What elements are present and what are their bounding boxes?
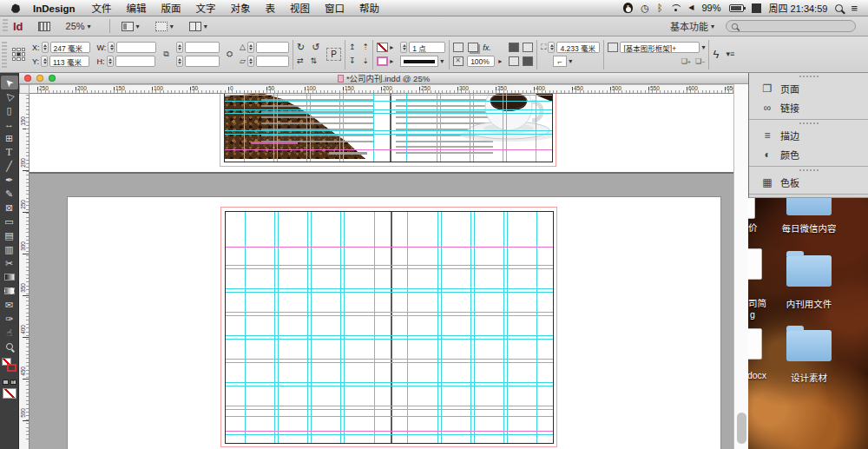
x-field[interactable]: 247 毫米 [50, 42, 90, 53]
horizontal-grid-tool[interactable]: ▤ [1, 228, 18, 242]
layout-canvas[interactable] [30, 94, 733, 449]
menu-item-5[interactable]: 对象 [231, 3, 251, 14]
content-collector-tool[interactable]: ⊞ [1, 131, 18, 145]
wrap-shape-button[interactable] [509, 56, 519, 66]
fill-color-swatch[interactable] [377, 56, 388, 66]
type-tool[interactable]: T [1, 145, 18, 159]
menu-item-9[interactable]: 帮助 [359, 3, 379, 14]
select-container-button[interactable]: P [323, 37, 345, 72]
wrap-none-button[interactable] [509, 43, 519, 52]
clear-override-icon[interactable]: ❏₋ [695, 57, 705, 65]
scale-y-field[interactable] [185, 56, 220, 67]
apply-none-button[interactable] [3, 388, 16, 399]
hand-tool[interactable]: ☝ [1, 326, 18, 340]
style-override-icon[interactable]: ❏₊ [681, 57, 691, 65]
zoom-level-dropdown[interactable]: 25% ▾ [62, 19, 95, 33]
menubar-clock[interactable]: 周四 21:34:59 [769, 1, 828, 15]
scrollbar-thumb[interactable] [737, 413, 746, 444]
menu-item-2[interactable]: 编辑 [127, 3, 147, 14]
shear-field[interactable] [256, 56, 289, 67]
object-style-dropdown[interactable]: [基本图形框架]+ [620, 42, 700, 53]
flyout-icon[interactable]: ▸ [390, 57, 393, 65]
page-spread-1[interactable] [224, 94, 553, 162]
spotlight-icon[interactable] [835, 4, 843, 12]
selection-tool[interactable]: ➤ [1, 76, 18, 89]
note-tool[interactable]: ✉ [1, 298, 18, 312]
menu-item-3[interactable]: 版面 [161, 3, 181, 14]
menu-item-7[interactable]: 视图 [290, 3, 310, 14]
stroke-type-dropdown[interactable] [400, 56, 438, 67]
quick-apply-button[interactable]: ϟ [709, 37, 722, 72]
rotation-stepper[interactable] [247, 42, 254, 53]
view-options-dropdown[interactable]: ▾ [117, 20, 144, 33]
gradient-swatch-tool[interactable] [1, 270, 18, 284]
shear-stepper[interactable] [247, 56, 254, 67]
corner-shape-dropdown[interactable]: ⌐ [553, 56, 567, 67]
h-stepper[interactable] [107, 56, 114, 67]
panel-color[interactable]: ◐颜色 [749, 145, 868, 164]
desktop-file[interactable] [748, 328, 762, 360]
rectangle-tool[interactable]: ▭ [1, 215, 18, 228]
menu-item-indesign[interactable]: InDesign [33, 3, 76, 14]
y-field[interactable]: 113 毫米 [49, 56, 89, 67]
x-stepper[interactable] [42, 42, 49, 53]
flip-vertical-button[interactable]: ⇅ [310, 57, 317, 65]
scale-y-stepper[interactable] [176, 56, 183, 67]
frame-tool[interactable]: ⊠ [1, 201, 18, 215]
transparency-icon[interactable] [453, 43, 464, 52]
panel-links[interactable]: ∞链接 [749, 98, 868, 117]
rotate-cw-button[interactable]: ↻ [297, 43, 305, 52]
desktop-folder[interactable] [786, 255, 832, 287]
stroke-swatch[interactable] [7, 364, 16, 372]
h-field[interactable] [115, 56, 155, 67]
desktop-file[interactable] [748, 248, 762, 280]
wrap-jump-button[interactable] [523, 56, 533, 66]
page-spread-2[interactable] [225, 211, 554, 444]
horizontal-ruler[interactable]: 2502001501005005010015020025030035040045… [30, 84, 733, 94]
w-field[interactable] [116, 42, 156, 53]
control-panel-menu[interactable]: ▾≡ [722, 37, 738, 72]
effects-button[interactable]: fx. [483, 43, 491, 52]
panel-swatches[interactable]: ▦色板 [749, 173, 868, 192]
gap-tool[interactable]: ↔ [1, 117, 18, 131]
bridge-button[interactable] [34, 20, 55, 33]
arrange-button-1[interactable]: ⇡ [363, 43, 370, 51]
desktop-folder[interactable] [786, 330, 832, 361]
gradient-feather-tool[interactable] [1, 284, 18, 298]
arrange-button-3[interactable]: ⇣ [363, 57, 370, 65]
vertical-ruler[interactable]: 150200250300350400450500 [19, 94, 30, 449]
rotation-field[interactable] [256, 42, 289, 53]
scale-x-field[interactable] [185, 42, 220, 53]
apple-menu-icon[interactable] [10, 3, 21, 13]
formatting-affects-container-icon[interactable] [3, 380, 9, 385]
y-stepper[interactable] [41, 56, 48, 67]
wifi-icon[interactable] [670, 4, 681, 11]
pencil-tool[interactable]: ✎ [1, 187, 18, 201]
panel-stroke[interactable]: ≡描边 [749, 126, 868, 145]
arrange-button-0[interactable]: ↥ [349, 43, 356, 51]
pen-tool[interactable]: ✒ [1, 173, 18, 187]
arrange-documents-dropdown[interactable]: ▾ [185, 20, 212, 33]
menu-item-8[interactable]: 窗口 [325, 3, 345, 14]
clock-icon[interactable]: ◷ [641, 3, 649, 13]
line-tool[interactable]: ╱ [1, 159, 18, 173]
flyout-icon[interactable]: ▸ [390, 43, 393, 51]
page-tool[interactable]: ▯ [1, 103, 18, 117]
character-viewer-icon[interactable] [752, 3, 761, 13]
menu-item-1[interactable]: 文件 [92, 3, 112, 14]
stroke-color-swatch[interactable] [377, 43, 388, 52]
scissors-tool[interactable]: ✂ [1, 256, 18, 270]
wrap-bounding-button[interactable] [523, 43, 533, 52]
desktop-file[interactable] [748, 198, 755, 219]
document-titlebar[interactable]: *公司内刊.indd @ 25% [19, 73, 748, 84]
vertical-scrollbar[interactable] [733, 84, 748, 449]
scale-x-stepper[interactable] [176, 42, 183, 53]
zoom-tool[interactable] [1, 340, 18, 353]
corner-radius-field[interactable]: 4.233 毫米 [556, 42, 600, 53]
reference-point-proxy[interactable] [9, 37, 29, 72]
notification-center-icon[interactable]: ≡ [851, 3, 858, 14]
vertical-grid-tool[interactable]: ▥ [1, 242, 18, 256]
w-stepper[interactable] [108, 42, 115, 53]
input-method-icon[interactable]: ◀ [688, 4, 694, 11]
fill-stroke-proxy[interactable] [2, 358, 17, 377]
